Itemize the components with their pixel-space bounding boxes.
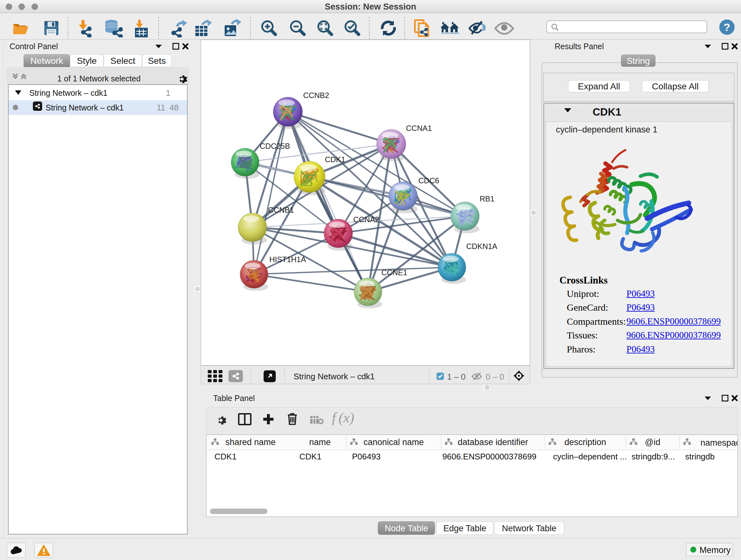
svg-text:CDKN1A: CDKN1A [466, 242, 497, 251]
svg-text:CCNA2: CCNA2 [353, 215, 379, 224]
svg-text:CDK1: CDK1 [325, 155, 345, 164]
svg-text:CCNB1: CCNB1 [268, 206, 294, 214]
svg-text:CCNA1: CCNA1 [406, 124, 432, 132]
svg-text:RB1: RB1 [480, 194, 495, 203]
svg-text:HIST1H1A: HIST1H1A [269, 255, 306, 264]
svg-text:CCNE1: CCNE1 [381, 268, 407, 277]
svg-text:CDC25B: CDC25B [260, 142, 290, 150]
svg-text:CCNB2: CCNB2 [303, 91, 329, 100]
svg-text:CDC6: CDC6 [418, 176, 439, 185]
